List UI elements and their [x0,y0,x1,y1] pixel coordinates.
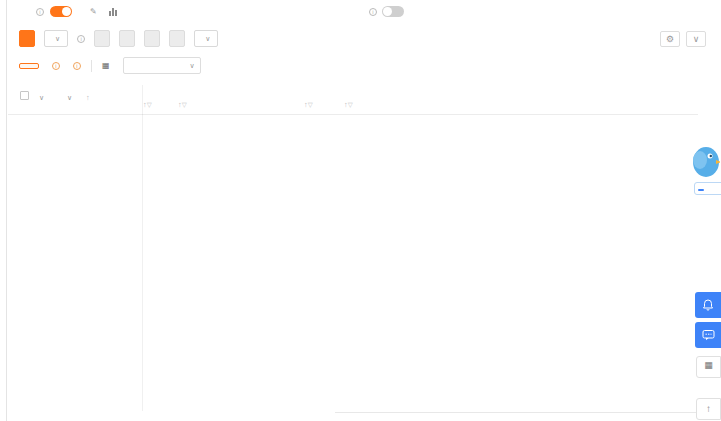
keyword-ad-manager-page: i ✎ i ∨ i ∨ ⚙ ∨ i i ▦ ∨ [0,0,721,421]
info-icon[interactable]: i [36,8,44,16]
chevron-down-icon[interactable]: ∨ [686,31,706,47]
chat-icon [702,329,715,341]
device-tabs-row: i i ▦ ∨ [19,57,201,74]
table-tools: ⚙ ∨ [660,31,706,47]
info-icon: i [73,62,81,70]
quality-mobile-sort[interactable]: ↑▽ [178,100,187,109]
divider [91,60,92,72]
quality-pc-sort[interactable]: ↑▽ [143,100,152,109]
info-icon: i [52,62,60,70]
tab-mobile[interactable]: i [70,62,81,70]
help-faq-panel [694,182,721,195]
select-all-checkbox[interactable] [20,91,29,102]
column-separator [142,85,143,411]
tab-summary[interactable] [19,63,39,69]
copy-button[interactable] [144,30,160,47]
grid-icon: ▦ [102,61,110,70]
bid-mobile-sort[interactable]: ↑▽ [344,100,353,109]
status-filter[interactable]: ∨ [36,93,44,102]
modify-match-button[interactable] [94,30,110,47]
notifications-button[interactable] [695,292,721,318]
batch-toolbar: ∨ i ∨ [19,30,218,47]
faq-header [698,189,704,191]
tab-pc[interactable]: i [49,62,60,70]
grid-icon: ▦ [697,360,720,370]
segment-filter-label: ▦ [102,61,113,70]
flow-smart-bar: i ✎ [30,6,118,17]
more-actions-dropdown[interactable]: ∨ [194,30,218,47]
add-keyword-button[interactable] [19,30,35,47]
keyword-sort[interactable]: ↑ [86,93,90,102]
flow-smart-toggle[interactable] [50,6,72,17]
modify-bid-dropdown[interactable]: ∨ [44,30,68,47]
segment-filter-select[interactable]: ∨ [123,57,201,74]
conversion-bid-toggle[interactable] [382,6,404,17]
delete-button[interactable] [119,30,135,47]
panel-left-border [6,0,7,421]
scope-filter[interactable]: ∨ [64,93,72,102]
feedback-button[interactable] [695,322,721,348]
tag-button[interactable] [169,30,185,47]
feature-guide-widget[interactable]: ▦ [696,356,721,378]
info-icon[interactable]: i [77,35,85,43]
info-icon[interactable]: i [369,8,377,16]
bid-pc-sort[interactable]: ↑▽ [304,100,313,109]
gear-icon[interactable]: ⚙ [660,31,680,47]
edit-icon[interactable]: ✎ [90,7,97,16]
bell-icon [702,299,714,311]
assistant-mascot-icon[interactable] [688,140,720,184]
conversion-bid-bar: i [364,6,409,17]
table-header: ∨ ∨ ↑ ↑▽ ↑▽ ↑▽ ↑▽ [8,85,698,115]
bar-chart-icon[interactable] [109,7,118,16]
table-legend [335,412,721,416]
back-to-top-button[interactable]: ↑ [696,398,721,420]
